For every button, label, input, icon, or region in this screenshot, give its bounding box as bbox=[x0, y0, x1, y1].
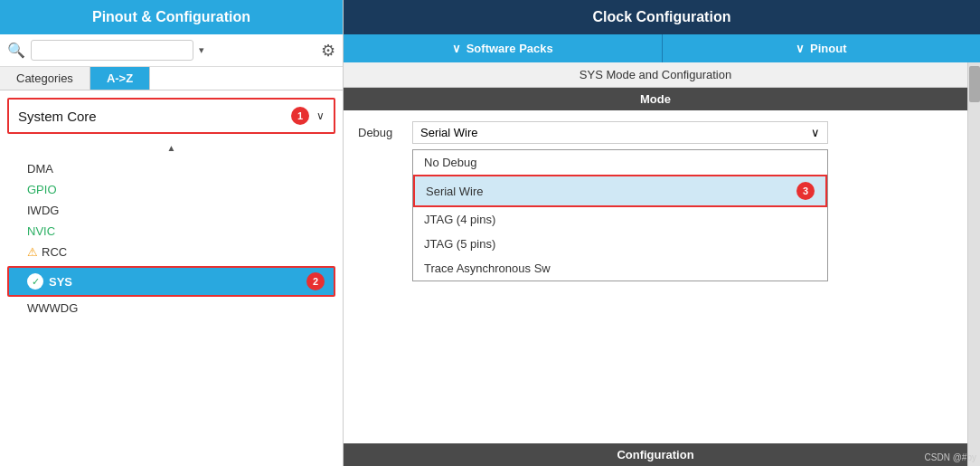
sub-item-iwdg[interactable]: IWDG bbox=[18, 200, 343, 221]
sub-item-nvic[interactable]: NVIC bbox=[18, 221, 343, 242]
software-packs-label: Software Packs bbox=[466, 42, 553, 55]
system-core-label: System Core bbox=[18, 109, 291, 124]
left-panel: Pinout & Configuration 🔍 ▾ ⚙ Categories … bbox=[0, 0, 344, 466]
left-header: Pinout & Configuration bbox=[0, 0, 343, 34]
mode-section-header: Mode bbox=[344, 88, 967, 110]
watermark: CSDN @#by bbox=[925, 452, 976, 462]
dropdown-item-nodebug[interactable]: No Debug bbox=[413, 150, 827, 175]
scroll-thumb[interactable] bbox=[969, 66, 980, 102]
wwwdg-item[interactable]: WWWDG bbox=[0, 297, 343, 319]
pinout-button[interactable]: ∨ Pinout bbox=[663, 34, 981, 62]
configuration-section-header: Configuration bbox=[344, 443, 967, 466]
warning-icon: ⚠ bbox=[27, 245, 38, 259]
debug-label: Debug bbox=[358, 126, 403, 139]
system-core-badge: 1 bbox=[291, 107, 309, 125]
software-packs-chevron: ∨ bbox=[452, 42, 461, 55]
dropdown-item-serialwire[interactable]: Serial Wire 3 bbox=[413, 175, 827, 207]
search-bar: 🔍 ▾ ⚙ bbox=[0, 34, 343, 67]
clock-config-title: Clock Configuration bbox=[593, 9, 731, 24]
sys-check-icon: ✓ bbox=[27, 273, 43, 290]
right-subheader: ∨ Software Packs ∨ Pinout bbox=[344, 34, 980, 62]
right-header: Clock Configuration bbox=[344, 0, 980, 34]
sub-item-gpio[interactable]: GPIO bbox=[18, 179, 343, 200]
dropdown-item-jtag5[interactable]: JTAG (5 pins) bbox=[413, 232, 827, 256]
sub-item-rcc[interactable]: ⚠ RCC bbox=[18, 242, 343, 262]
sys-label: SYS bbox=[49, 275, 299, 289]
dropdown-item-jtag4[interactable]: JTAG (4 pins) bbox=[413, 207, 827, 232]
system-core-header[interactable]: System Core 1 ∨ bbox=[9, 100, 334, 132]
software-packs-button[interactable]: ∨ Software Packs bbox=[344, 34, 662, 62]
tab-categories[interactable]: Categories bbox=[0, 67, 90, 90]
app-root: Pinout & Configuration 🔍 ▾ ⚙ Categories … bbox=[0, 0, 980, 466]
pinout-label: Pinout bbox=[810, 42, 846, 55]
system-core-chevron: ∨ bbox=[316, 109, 325, 122]
search-dropdown-arrow[interactable]: ▾ bbox=[199, 44, 204, 56]
system-core-section: System Core 1 ∨ bbox=[7, 98, 335, 134]
right-scrollbar[interactable] bbox=[967, 62, 980, 466]
sys-mode-title: SYS Mode and Configuration bbox=[344, 62, 967, 88]
debug-row: Debug Serial Wire ∨ bbox=[358, 121, 953, 144]
dropdown-menu: No Debug Serial Wire 3 JTAG (4 pins) JTA… bbox=[412, 149, 828, 281]
pinout-chevron: ∨ bbox=[796, 42, 805, 55]
sys-item[interactable]: ✓ SYS 2 bbox=[7, 266, 335, 297]
dropdown-item-trace[interactable]: Trace Asynchronous Sw bbox=[413, 256, 827, 281]
search-icon: 🔍 bbox=[7, 42, 25, 59]
debug-select-chevron: ∨ bbox=[811, 126, 820, 139]
tab-az[interactable]: A->Z bbox=[90, 67, 150, 90]
debug-select[interactable]: Serial Wire ∨ bbox=[412, 121, 828, 144]
tab-bar: Categories A->Z bbox=[0, 67, 343, 90]
right-body: SYS Mode and Configuration Mode Debug Se… bbox=[344, 62, 967, 466]
right-panel: Clock Configuration ∨ Software Packs ∨ P… bbox=[344, 0, 980, 466]
search-input[interactable] bbox=[31, 40, 193, 61]
expand-arrow: ▲ bbox=[0, 141, 343, 155]
mode-content: Debug Serial Wire ∨ No Debug Serial Wire… bbox=[344, 110, 967, 292]
sub-item-dma[interactable]: DMA bbox=[18, 158, 343, 179]
serial-wire-badge: 3 bbox=[796, 182, 815, 200]
gear-icon[interactable]: ⚙ bbox=[321, 41, 335, 61]
pinout-config-title: Pinout & Configuration bbox=[92, 9, 250, 24]
right-main: SYS Mode and Configuration Mode Debug Se… bbox=[344, 62, 980, 466]
sys-badge: 2 bbox=[306, 272, 325, 290]
sub-items: DMA GPIO IWDG NVIC ⚠ RCC bbox=[0, 155, 343, 266]
debug-selected-value: Serial Wire bbox=[420, 126, 478, 139]
